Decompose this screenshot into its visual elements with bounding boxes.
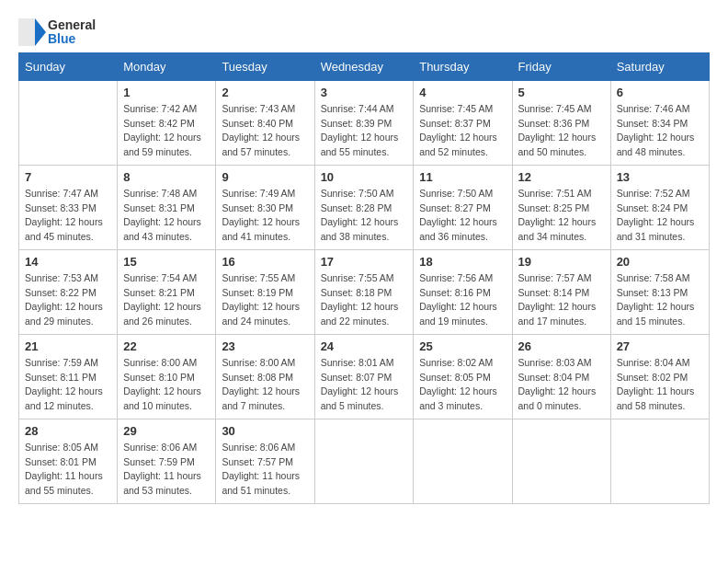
week-row-5: 28 Sunrise: 8:05 AM Sunset: 8:01 PM Dayl… <box>19 419 710 503</box>
day-sunset: Sunset: 8:34 PM <box>617 117 703 132</box>
day-daylight: Daylight: 12 hours and 52 minutes. <box>419 131 506 160</box>
day-daylight: Daylight: 12 hours and 3 minutes. <box>419 385 506 414</box>
cell-0-4: 4 Sunrise: 7:45 AM Sunset: 8:37 PM Dayli… <box>414 80 512 165</box>
day-sunset: Sunset: 8:33 PM <box>25 201 111 216</box>
day-daylight: Daylight: 12 hours and 31 minutes. <box>617 215 703 245</box>
cell-0-5: 5 Sunrise: 7:45 AM Sunset: 8:36 PM Dayli… <box>512 80 610 165</box>
week-row-2: 7 Sunrise: 7:47 AM Sunset: 8:33 PM Dayli… <box>19 165 710 249</box>
day-number: 11 <box>419 170 506 184</box>
cell-1-5: 12 Sunrise: 7:51 AM Sunset: 8:25 PM Dayl… <box>512 165 610 249</box>
cell-3-1: 22 Sunrise: 8:00 AM Sunset: 8:10 PM Dayl… <box>118 334 216 419</box>
header: GeneralBlue <box>18 18 710 47</box>
day-daylight: Daylight: 12 hours and 29 minutes. <box>25 300 111 329</box>
logo-svg <box>18 18 46 46</box>
cell-2-0: 14 Sunrise: 7:53 AM Sunset: 8:22 PM Dayl… <box>19 249 118 334</box>
logo: GeneralBlue <box>18 18 96 47</box>
day-number: 2 <box>222 86 308 99</box>
day-number: 29 <box>123 424 210 438</box>
day-daylight: Daylight: 12 hours and 24 minutes. <box>222 300 308 329</box>
day-number: 30 <box>222 424 308 438</box>
day-sunrise: Sunrise: 7:43 AM <box>222 102 308 117</box>
cell-4-2: 30 Sunrise: 8:06 AM Sunset: 7:57 PM Dayl… <box>216 419 314 503</box>
day-sunset: Sunset: 8:18 PM <box>321 286 408 301</box>
day-sunset: Sunset: 7:57 PM <box>222 455 308 470</box>
day-sunset: Sunset: 8:14 PM <box>518 286 605 301</box>
weekday-header-row: SundayMondayTuesdayWednesdayThursdayFrid… <box>19 52 710 80</box>
day-daylight: Daylight: 12 hours and 34 minutes. <box>518 215 605 245</box>
day-sunset: Sunset: 8:39 PM <box>321 117 408 132</box>
cell-3-4: 25 Sunrise: 8:02 AM Sunset: 8:05 PM Dayl… <box>414 334 512 419</box>
cell-2-4: 18 Sunrise: 7:56 AM Sunset: 8:16 PM Dayl… <box>414 249 512 334</box>
day-sunrise: Sunrise: 8:05 AM <box>25 441 111 455</box>
day-sunset: Sunset: 8:42 PM <box>123 117 210 132</box>
day-daylight: Daylight: 12 hours and 22 minutes. <box>321 300 408 329</box>
day-sunset: Sunset: 8:37 PM <box>419 117 506 132</box>
day-sunrise: Sunrise: 7:51 AM <box>518 187 605 201</box>
day-daylight: Daylight: 11 hours and 55 minutes. <box>25 469 111 499</box>
day-number: 16 <box>222 255 308 269</box>
day-number: 17 <box>321 255 408 269</box>
day-sunset: Sunset: 8:36 PM <box>518 117 605 132</box>
day-number: 13 <box>617 170 703 184</box>
day-number: 24 <box>321 339 408 353</box>
day-number: 22 <box>123 339 210 353</box>
day-sunset: Sunset: 8:24 PM <box>617 201 703 216</box>
day-sunrise: Sunrise: 7:42 AM <box>123 102 210 117</box>
day-daylight: Daylight: 12 hours and 12 minutes. <box>25 385 111 414</box>
day-sunrise: Sunrise: 7:48 AM <box>123 187 210 201</box>
logo-general-text: General <box>48 18 96 32</box>
day-daylight: Daylight: 12 hours and 26 minutes. <box>123 300 210 329</box>
cell-0-6: 6 Sunrise: 7:46 AM Sunset: 8:34 PM Dayli… <box>610 80 709 165</box>
day-sunrise: Sunrise: 7:50 AM <box>321 187 408 201</box>
day-number: 10 <box>321 170 408 184</box>
day-sunrise: Sunrise: 7:55 AM <box>321 271 408 286</box>
day-number: 19 <box>518 255 605 269</box>
cell-0-3: 3 Sunrise: 7:44 AM Sunset: 8:39 PM Dayli… <box>314 80 414 165</box>
week-row-4: 21 Sunrise: 7:59 AM Sunset: 8:11 PM Dayl… <box>19 334 710 419</box>
cell-4-0: 28 Sunrise: 8:05 AM Sunset: 8:01 PM Dayl… <box>19 419 118 503</box>
day-sunrise: Sunrise: 7:46 AM <box>617 102 703 117</box>
day-sunset: Sunset: 8:07 PM <box>321 371 408 385</box>
day-sunrise: Sunrise: 7:44 AM <box>321 102 408 117</box>
day-daylight: Daylight: 12 hours and 41 minutes. <box>222 215 308 245</box>
day-number: 7 <box>25 170 111 184</box>
day-sunrise: Sunrise: 7:45 AM <box>419 102 506 117</box>
calendar-table: SundayMondayTuesdayWednesdayThursdayFrid… <box>18 52 710 504</box>
cell-0-0 <box>19 80 118 165</box>
weekday-sunday: Sunday <box>19 52 118 80</box>
day-number: 14 <box>25 255 111 269</box>
cell-0-2: 2 Sunrise: 7:43 AM Sunset: 8:40 PM Dayli… <box>216 80 314 165</box>
day-number: 9 <box>222 170 308 184</box>
day-sunrise: Sunrise: 7:54 AM <box>123 271 210 286</box>
day-sunset: Sunset: 8:10 PM <box>123 371 210 385</box>
day-sunset: Sunset: 8:11 PM <box>25 371 111 385</box>
day-number: 18 <box>419 255 506 269</box>
cell-3-3: 24 Sunrise: 8:01 AM Sunset: 8:07 PM Dayl… <box>314 334 414 419</box>
weekday-friday: Friday <box>512 52 610 80</box>
day-sunrise: Sunrise: 8:00 AM <box>222 356 308 371</box>
day-number: 27 <box>617 339 703 353</box>
cell-3-6: 27 Sunrise: 8:04 AM Sunset: 8:02 PM Dayl… <box>610 334 709 419</box>
cell-0-1: 1 Sunrise: 7:42 AM Sunset: 8:42 PM Dayli… <box>118 80 216 165</box>
day-sunset: Sunset: 8:16 PM <box>419 286 506 301</box>
day-sunset: Sunset: 8:31 PM <box>123 201 210 216</box>
day-daylight: Daylight: 12 hours and 19 minutes. <box>419 300 506 329</box>
day-sunrise: Sunrise: 7:56 AM <box>419 271 506 286</box>
day-number: 28 <box>25 424 111 438</box>
day-daylight: Daylight: 12 hours and 48 minutes. <box>617 131 703 160</box>
day-number: 20 <box>617 255 703 269</box>
day-daylight: Daylight: 12 hours and 57 minutes. <box>222 131 308 160</box>
day-daylight: Daylight: 11 hours and 53 minutes. <box>123 469 210 499</box>
day-daylight: Daylight: 12 hours and 45 minutes. <box>25 215 111 245</box>
cell-1-6: 13 Sunrise: 7:52 AM Sunset: 8:24 PM Dayl… <box>610 165 709 249</box>
day-sunrise: Sunrise: 7:57 AM <box>518 271 605 286</box>
weekday-saturday: Saturday <box>610 52 709 80</box>
day-sunset: Sunset: 8:28 PM <box>321 201 408 216</box>
day-sunset: Sunset: 8:40 PM <box>222 117 308 132</box>
cell-2-2: 16 Sunrise: 7:55 AM Sunset: 8:19 PM Dayl… <box>216 249 314 334</box>
day-sunrise: Sunrise: 8:03 AM <box>518 356 605 371</box>
weekday-thursday: Thursday <box>414 52 512 80</box>
cell-1-4: 11 Sunrise: 7:50 AM Sunset: 8:27 PM Dayl… <box>414 165 512 249</box>
cell-2-6: 20 Sunrise: 7:58 AM Sunset: 8:13 PM Dayl… <box>610 249 709 334</box>
day-sunrise: Sunrise: 8:01 AM <box>321 356 408 371</box>
